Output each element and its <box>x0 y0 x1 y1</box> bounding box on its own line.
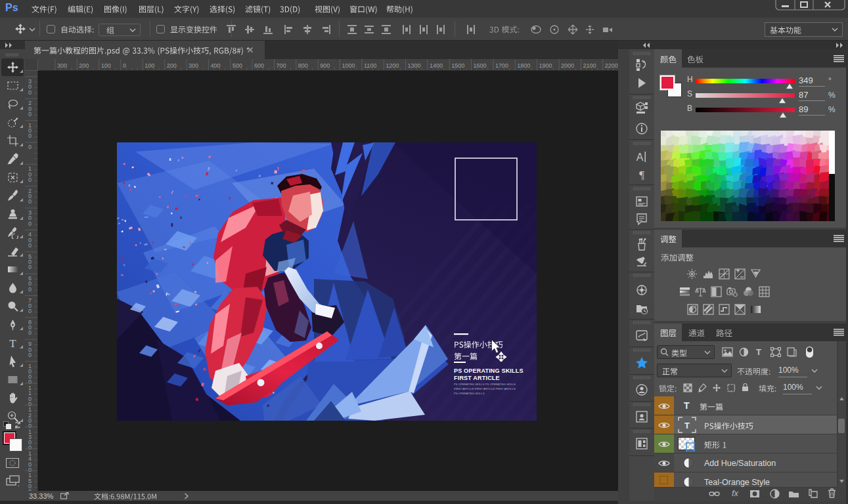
svg-text:600: 600 <box>254 62 264 69</box>
svg-text:¶: ¶ <box>639 169 644 181</box>
svg-text:1700: 1700 <box>495 62 508 69</box>
svg-text:1200: 1200 <box>386 62 399 69</box>
svg-text:700: 700 <box>277 62 286 69</box>
svg-text:0: 0 <box>28 308 32 314</box>
svg-text:1400: 1400 <box>430 62 443 69</box>
svg-text:800: 800 <box>298 62 308 69</box>
svg-text:1600: 1600 <box>474 62 487 69</box>
svg-text:1800: 1800 <box>517 62 530 69</box>
svg-text:1100: 1100 <box>364 62 376 69</box>
svg-text:0: 0 <box>28 220 32 227</box>
svg-text:900: 900 <box>320 62 330 69</box>
svg-text:400: 400 <box>210 62 220 69</box>
svg-text:0: 0 <box>28 89 32 96</box>
svg-text:0: 0 <box>28 144 32 150</box>
svg-text:0: 0 <box>28 242 32 249</box>
svg-text:100: 100 <box>101 62 111 69</box>
svg-text:0: 0 <box>28 177 32 183</box>
svg-text:0: 0 <box>28 329 32 336</box>
svg-text:2000: 2000 <box>561 62 574 69</box>
svg-text:0: 0 <box>28 111 32 117</box>
svg-text:200: 200 <box>167 62 177 69</box>
svg-text:500: 500 <box>233 62 242 69</box>
svg-text:0: 0 <box>28 286 32 293</box>
svg-text:0: 0 <box>28 264 32 270</box>
svg-text:A: A <box>636 152 644 163</box>
svg-text:0: 0 <box>123 62 126 69</box>
svg-text:0: 0 <box>28 352 32 358</box>
svg-text:1000: 1000 <box>342 62 355 69</box>
svg-text:100: 100 <box>145 62 154 69</box>
svg-text:300: 300 <box>57 62 67 69</box>
svg-text:T: T <box>9 337 16 349</box>
svg-text:200: 200 <box>79 62 89 69</box>
svg-text:0: 0 <box>28 133 32 139</box>
svg-text:T: T <box>684 421 690 430</box>
svg-text:2100: 2100 <box>583 62 596 69</box>
svg-text:1500: 1500 <box>451 62 464 69</box>
svg-text:1300: 1300 <box>408 62 421 69</box>
svg-text:1900: 1900 <box>539 62 552 69</box>
svg-text:2200: 2200 <box>605 62 618 69</box>
svg-text:0: 0 <box>28 198 32 205</box>
svg-text:300: 300 <box>189 62 198 69</box>
